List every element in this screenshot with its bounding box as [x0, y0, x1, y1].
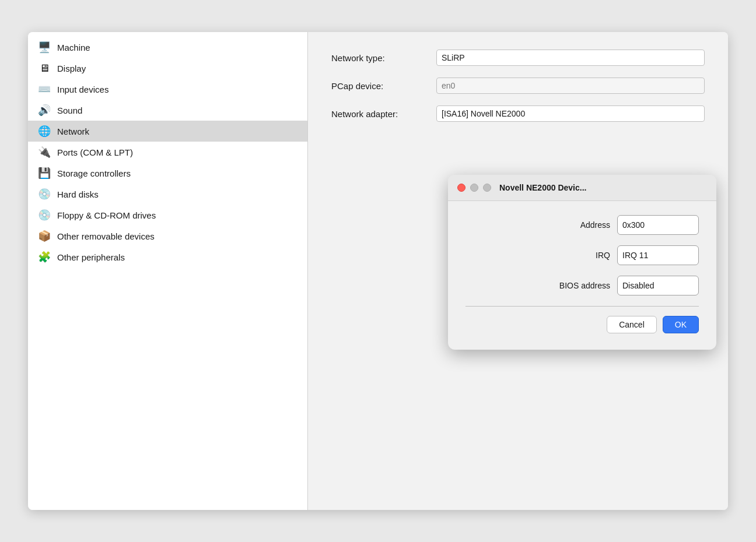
other-peripherals-icon: 🧩	[37, 250, 51, 264]
irq-spinner[interactable]: ▲ ▼	[617, 245, 699, 265]
maximize-button[interactable]	[483, 184, 491, 192]
address-label: Address	[540, 220, 610, 230]
network-icon: 🌐	[37, 124, 51, 138]
sidebar-item-display[interactable]: 🖥 Display	[28, 58, 307, 79]
sidebar-item-ports[interactable]: 🔌 Ports (COM & LPT)	[28, 142, 307, 163]
floppy-cd-icon: 💿	[37, 208, 51, 222]
sidebar-item-label: Display	[57, 64, 86, 73]
sidebar-item-label: Other peripherals	[57, 252, 125, 262]
sidebar-item-label: Machine	[57, 43, 90, 52]
address-spinner[interactable]: ▲ ▼	[617, 215, 699, 235]
cancel-button[interactable]: Cancel	[607, 316, 657, 333]
close-button[interactable]	[457, 184, 466, 192]
ports-icon: 🔌	[37, 145, 51, 159]
sound-icon: 🔊	[37, 103, 51, 117]
machine-icon: 🖥️	[37, 40, 51, 54]
dialog-body: Address ▲ ▼ IRQ	[448, 201, 716, 350]
hard-disks-icon: 💿	[37, 187, 51, 201]
sidebar: 🖥️ Machine 🖥 Display ⌨️ Input devices 🔊 …	[28, 32, 308, 510]
bios-address-input[interactable]	[618, 279, 699, 293]
sidebar-item-label: Floppy & CD-ROM drives	[57, 210, 156, 220]
dialog-buttons: Cancel OK	[466, 316, 699, 338]
dialog-overlay: Novell NE2000 Devic... Address ▲ ▼	[308, 32, 728, 510]
sidebar-item-label: Hard disks	[57, 189, 99, 199]
sidebar-item-other-removable[interactable]: 📦 Other removable devices	[28, 226, 307, 247]
sidebar-item-sound[interactable]: 🔊 Sound	[28, 100, 307, 121]
address-input[interactable]	[618, 218, 699, 232]
sidebar-item-storage-controllers[interactable]: 💾 Storage controllers	[28, 163, 307, 184]
main-window: 🖥️ Machine 🖥 Display ⌨️ Input devices 🔊 …	[28, 32, 728, 510]
irq-row: IRQ ▲ ▼	[466, 245, 699, 265]
bios-address-label: BIOS address	[540, 281, 610, 290]
ne2000-dialog: Novell NE2000 Devic... Address ▲ ▼	[448, 175, 716, 350]
dialog-title: Novell NE2000 Devic...	[499, 183, 586, 192]
sidebar-item-floppy-cd[interactable]: 💿 Floppy & CD-ROM drives	[28, 205, 307, 226]
bios-address-row: BIOS address ▲ ▼	[466, 276, 699, 295]
sidebar-item-label: Network	[57, 126, 89, 136]
irq-input[interactable]	[618, 248, 699, 262]
minimize-button[interactable]	[470, 184, 478, 192]
sidebar-item-hard-disks[interactable]: 💿 Hard disks	[28, 184, 307, 205]
sidebar-item-network[interactable]: 🌐 Network	[28, 121, 307, 142]
input-devices-icon: ⌨️	[37, 82, 51, 96]
sidebar-item-input-devices[interactable]: ⌨️ Input devices	[28, 79, 307, 100]
bios-address-spinner[interactable]: ▲ ▼	[617, 276, 699, 295]
other-removable-icon: 📦	[37, 229, 51, 243]
ok-button[interactable]: OK	[663, 316, 699, 333]
dialog-titlebar: Novell NE2000 Devic...	[448, 175, 716, 201]
sidebar-item-label: Input devices	[57, 85, 108, 94]
sidebar-item-label: Other removable devices	[57, 231, 155, 241]
sidebar-item-machine[interactable]: 🖥️ Machine	[28, 37, 307, 58]
display-icon: 🖥	[37, 61, 51, 75]
address-row: Address ▲ ▼	[466, 215, 699, 235]
storage-controllers-icon: 💾	[37, 166, 51, 180]
sidebar-item-label: Storage controllers	[57, 168, 131, 178]
sidebar-item-label: Sound	[57, 105, 82, 115]
dialog-divider	[466, 306, 699, 307]
sidebar-item-label: Ports (COM & LPT)	[57, 147, 133, 157]
sidebar-item-other-peripherals[interactable]: 🧩 Other peripherals	[28, 247, 307, 268]
content-area: Network type: PCap device: Network adapt…	[308, 32, 728, 510]
irq-label: IRQ	[540, 251, 610, 260]
